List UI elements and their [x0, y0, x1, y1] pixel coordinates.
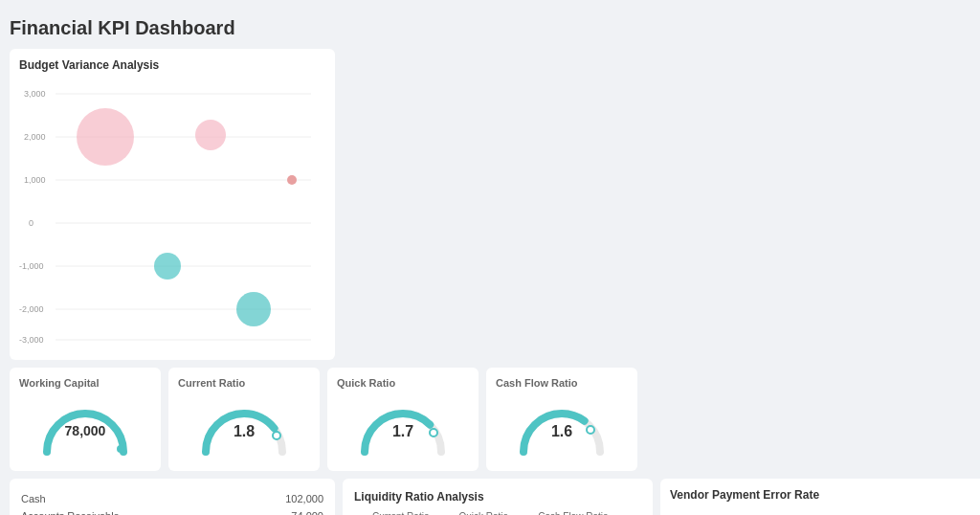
legend-label-current: Current Ratio	[372, 511, 429, 515]
liquidity-title: Liquidity Ratio Analysis	[354, 490, 641, 504]
svg-point-0	[117, 445, 124, 453]
kpi-label-2: Quick Ratio	[337, 377, 469, 389]
ar-label: Accounts Receivable	[21, 510, 120, 515]
svg-text:2,000: 2,000	[24, 132, 46, 142]
kpi-label-1: Current Ratio	[178, 377, 310, 389]
legend-label-quick: Quick Ratio	[458, 511, 508, 515]
svg-text:-3,000: -3,000	[19, 335, 44, 345]
kpi-value-3: 1.6	[551, 423, 572, 440]
cash-row: Cash 102,000	[21, 490, 323, 507]
liquidity-card: Liquidity Ratio Analysis Current Ratio Q…	[343, 479, 653, 515]
kpi-cash-flow-ratio: Cash Flow Ratio 1.6	[486, 368, 637, 471]
vendor-error-card: Vendor Payment Error Rate 3 % 2 % 1 % 0 …	[660, 479, 980, 515]
kpi-label-3: Cash Flow Ratio	[496, 377, 628, 389]
kpi-label-0: Working Capital	[19, 377, 151, 389]
bubble-2	[195, 120, 226, 150]
vendor-error-chart: 3 % 2 % 1 % 0 % Alert	[670, 509, 967, 515]
kpi-working-capital: Working Capital 78,000	[10, 368, 161, 471]
bubble-3	[287, 175, 297, 185]
ar-row: Accounts Receivable 74,000	[21, 507, 323, 515]
kpi-current-ratio: Current Ratio 1.8	[168, 368, 320, 471]
bubble-4	[154, 253, 181, 280]
liquidity-legend: Current Ratio Quick Ratio Cash Flow Rati…	[354, 511, 641, 515]
ar-value: 74,000	[291, 510, 323, 515]
budget-variance-title: Budget Variance Analysis	[19, 58, 325, 72]
dashboard-title: Financial KPI Dashboard	[10, 10, 970, 49]
bubble-1	[77, 108, 134, 166]
kpi-value-2: 1.7	[392, 423, 413, 440]
budget-variance-card: Budget Variance Analysis 3,000 2,000 1,0…	[10, 49, 335, 360]
svg-text:3,000: 3,000	[24, 89, 46, 99]
legend-quick-ratio: Quick Ratio	[440, 511, 508, 515]
legend-label-cashflow: Cash Flow Ratio	[538, 511, 608, 515]
kpi-value-0: 78,000	[65, 423, 106, 438]
legend-current-ratio: Current Ratio	[354, 511, 429, 515]
budget-variance-chart: 3,000 2,000 1,000 0 -1,000 -2,000 -3,000	[19, 79, 316, 347]
kpi-quick-ratio: Quick Ratio 1.7	[327, 368, 479, 471]
cash-label: Cash	[21, 493, 46, 504]
cash-value: 102,000	[285, 493, 323, 504]
svg-text:1,000: 1,000	[24, 175, 46, 185]
svg-point-3	[587, 426, 594, 434]
svg-text:-2,000: -2,000	[19, 304, 44, 314]
svg-text:-1,000: -1,000	[19, 261, 44, 271]
legend-cashflow-ratio: Cash Flow Ratio	[520, 511, 608, 515]
svg-text:0: 0	[29, 218, 33, 228]
balance-panel: Cash 102,000 Accounts Receivable 74,000 …	[10, 479, 335, 515]
assets-section: Cash 102,000 Accounts Receivable 74,000 …	[21, 490, 323, 515]
svg-point-2	[430, 429, 437, 437]
svg-point-1	[273, 432, 280, 439]
dashboard: Financial KPI Dashboard Working Capital …	[10, 10, 970, 515]
vendor-error-title: Vendor Payment Error Rate	[670, 488, 976, 502]
kpi-value-1: 1.8	[234, 423, 255, 440]
bubble-5	[236, 292, 271, 326]
